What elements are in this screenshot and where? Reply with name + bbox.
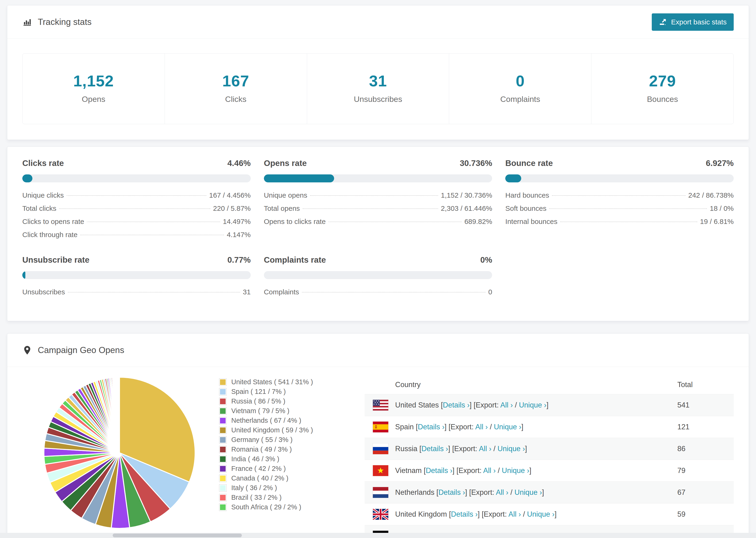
legend-swatch-color — [220, 418, 226, 423]
legend-swatch-color — [220, 379, 226, 385]
rate-block-unsubscribe-rate: Unsubscribe rate0.77%Unsubscribes31 — [22, 255, 251, 301]
rate-rows: Unique clicks167 / 4.456%Total clicks220… — [22, 191, 251, 244]
summary-stats-strip: 1,152Opens167Clicks31Unsubscribes0Compla… — [22, 53, 734, 124]
legend-label: Spain ( 121 / 7% ) — [231, 388, 286, 396]
legend-swatch-color — [220, 447, 226, 452]
details-link[interactable]: Details › — [438, 488, 465, 497]
pie-chart-svg — [42, 375, 197, 530]
details-link[interactable]: Details › — [418, 423, 445, 431]
rate-value: 4.46% — [227, 158, 250, 168]
rate-row-value: 167 / 4.456% — [209, 191, 251, 199]
dotted-leader — [59, 208, 210, 209]
horizontal-scrollbar[interactable] — [0, 533, 756, 538]
country-cell: Russia [Details ›] [Export: All › / Uniq… — [365, 443, 677, 455]
details-link[interactable]: Details › — [451, 510, 478, 518]
legend-swatch — [219, 388, 227, 396]
stat-label: Unsubscribes — [307, 95, 449, 104]
rate-row: Total clicks220 / 5.87% — [22, 204, 251, 218]
flag-icon-vn — [373, 465, 389, 476]
export-all-link[interactable]: All › — [500, 401, 513, 409]
dotted-leader — [303, 208, 438, 209]
rate-row-value: 18 / 0% — [710, 204, 734, 212]
rate-row-label: Total opens — [264, 204, 300, 212]
rate-row-value: 14.497% — [223, 218, 250, 226]
export-unique-link[interactable]: Unique › — [527, 510, 555, 518]
total-cell: 79 — [677, 466, 734, 475]
table-row-nl: Netherlands [Details ›] [Export: All › /… — [365, 481, 734, 503]
page-title: Tracking stats — [38, 17, 91, 27]
flag-icon-ru — [373, 443, 389, 455]
rate-block-clicks-rate: Clicks rate4.46%Unique clicks167 / 4.456… — [22, 158, 251, 244]
details-link[interactable]: Details › — [426, 466, 453, 475]
stat-value: 1,152 — [23, 72, 165, 90]
rate-row-label: Unique opens — [264, 191, 307, 199]
legend-swatch-color — [220, 485, 226, 491]
export-basic-stats-button[interactable]: Export basic stats — [652, 13, 734, 31]
export-all-link[interactable]: All › — [475, 423, 488, 431]
rate-row-label: Unsubscribes — [22, 288, 65, 296]
export-unique-link[interactable]: Unique › — [519, 401, 546, 409]
rates-grid: Clicks rate4.46%Unique clicks167 / 4.456… — [22, 158, 734, 301]
rate-title-row: Opens rate30.736% — [264, 158, 492, 168]
legend-item: India ( 46 / 3% ) — [219, 454, 365, 464]
map-pin-icon — [22, 345, 32, 355]
details-link[interactable]: Details › — [443, 401, 469, 409]
geo-table-rows: United States [Details ›] [Export: All ›… — [365, 394, 734, 538]
country-links: United States [Details ›] [Export: All ›… — [395, 401, 549, 409]
rate-block-bounce-rate: Bounce rate6.927%Hard bounces242 / 86.73… — [505, 158, 734, 244]
rate-row: Complaints0 — [264, 288, 492, 301]
legend-swatch — [219, 398, 227, 405]
rate-row-label: Opens to clicks rate — [264, 218, 326, 226]
table-row-gb: United Kingdom [Details ›] [Export: All … — [365, 503, 734, 525]
dotted-leader — [302, 292, 486, 293]
table-row-us: United States [Details ›] [Export: All ›… — [365, 394, 734, 416]
rate-row-label: Hard bounces — [505, 191, 549, 199]
rate-title-row: Complaints rate0% — [264, 255, 492, 265]
geo-header: Campaign Geo Opens — [7, 334, 749, 367]
legend-label: Canada ( 40 / 2% ) — [231, 474, 288, 482]
export-unique-link[interactable]: Unique › — [494, 423, 521, 431]
legend-swatch-color — [220, 505, 226, 510]
legend-label: Italy ( 36 / 2% ) — [231, 484, 277, 492]
details-link[interactable]: Details › — [421, 445, 448, 453]
total-cell: 121 — [677, 423, 734, 431]
country-cell: United States [Details ›] [Export: All ›… — [365, 400, 677, 411]
stat-value: 31 — [307, 72, 449, 90]
dotted-leader — [310, 195, 438, 196]
legend-item: South Africa ( 29 / 2% ) — [219, 502, 365, 512]
export-all-link[interactable]: All › — [496, 488, 508, 497]
rate-row: Clicks to opens rate14.497% — [22, 218, 251, 231]
export-unique-link[interactable]: Unique › — [498, 445, 525, 453]
scrollbar-thumb[interactable] — [113, 534, 242, 537]
stat-label: Bounces — [591, 95, 733, 104]
rate-row-label: Clicks to opens rate — [22, 218, 84, 226]
country-cell: Netherlands [Details ›] [Export: All › /… — [365, 487, 677, 498]
export-all-link[interactable]: All › — [508, 510, 521, 518]
export-unique-link[interactable]: Unique › — [502, 466, 529, 475]
legend-swatch-color — [220, 476, 226, 481]
legend-label: Netherlands ( 67 / 4% ) — [231, 417, 301, 424]
rate-row-label: Complaints — [264, 288, 299, 296]
rate-block-opens-rate: Opens rate30.736%Unique opens1,152 / 30.… — [264, 158, 492, 244]
export-button-label: Export basic stats — [671, 18, 727, 26]
summary-stat-complaints: 0Complaints — [449, 54, 591, 124]
legend-swatch — [219, 475, 227, 482]
legend-swatch — [219, 436, 227, 444]
legend-item: Netherlands ( 67 / 4% ) — [219, 416, 365, 425]
table-row-es: Spain [Details ›] [Export: All › / Uniqu… — [365, 416, 734, 438]
rate-row-label: Click through rate — [22, 231, 78, 239]
country-links: Russia [Details ›] [Export: All › / Uniq… — [395, 445, 527, 453]
export-unique-link[interactable]: Unique › — [514, 488, 542, 497]
pie-slice-minor-47[interactable] — [119, 377, 120, 453]
summary-stat-unsubscribes: 31Unsubscribes — [307, 54, 449, 124]
rate-title: Bounce rate — [505, 158, 553, 168]
geo-title: Campaign Geo Opens — [38, 345, 124, 355]
export-all-link[interactable]: All › — [483, 466, 496, 475]
rate-row: Opens to clicks rate689.82% — [264, 218, 492, 231]
country-links: Spain [Details ›] [Export: All › / Uniqu… — [395, 423, 523, 431]
legend-item: France ( 42 / 2% ) — [219, 464, 365, 473]
summary-stat-clicks: 167Clicks — [165, 54, 307, 124]
export-all-link[interactable]: All › — [479, 445, 491, 453]
country-cell: Spain [Details ›] [Export: All › / Uniqu… — [365, 421, 677, 433]
legend-swatch-color — [220, 427, 226, 433]
